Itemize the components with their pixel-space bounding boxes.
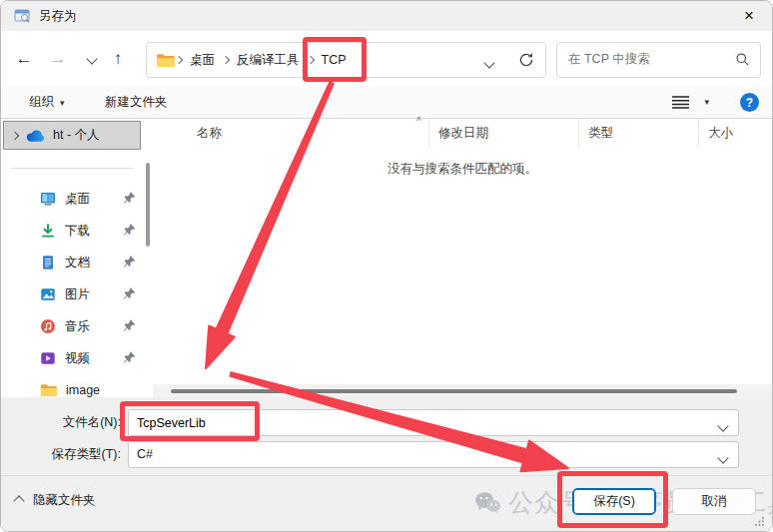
column-header-size[interactable]: 大小 (698, 119, 772, 147)
file-list: 名称 修改日期 类型 大小 ^ 没有与搜索条件匹配的项。 (153, 119, 772, 397)
desktop-icon (40, 191, 56, 207)
breadcrumb-separator-icon (223, 57, 229, 63)
title-bar: 另存为 × (1, 1, 772, 31)
sidebar-item-image-folder[interactable]: image (1, 374, 144, 397)
save-type-select[interactable]: C# (128, 441, 739, 468)
file-name-input[interactable] (129, 410, 676, 435)
recent-locations-button[interactable] (79, 31, 105, 87)
pin-icon (123, 256, 136, 268)
music-icon (40, 318, 56, 334)
hide-folders-label: 隐藏文件夹 (33, 492, 96, 509)
footer-bar: 隐藏文件夹 公众号 · 程序员必备工具 保存(S) 取消 (1, 475, 772, 532)
back-button[interactable]: ← (11, 31, 37, 87)
empty-list-message: 没有与搜索条件匹配的项。 (153, 161, 772, 178)
sidebar-item-label: 文档 (65, 255, 90, 271)
pin-icon (123, 192, 136, 205)
sidebar-item-videos[interactable]: 视频 (1, 342, 144, 374)
breadcrumb-desktop[interactable]: 桌面 (183, 44, 222, 76)
column-header-type[interactable]: 类型 (578, 119, 698, 147)
pin-icon (123, 319, 136, 332)
sidebar-item-desktop[interactable]: 桌面 (1, 183, 144, 215)
file-name-label: 文件名(N): (1, 409, 121, 436)
sidebar: ht - 个人 桌面 (1, 119, 144, 397)
folder-icon (156, 53, 175, 68)
pin-icon (123, 351, 136, 364)
save-button-label: 保存(S) (593, 493, 635, 510)
sidebar-scrollbar (144, 119, 153, 397)
view-caret-icon[interactable]: ▾ (704, 97, 709, 107)
breadcrumb-separator-icon (308, 57, 314, 63)
new-folder-button[interactable]: 新建文件夹 (105, 87, 168, 118)
file-fields: 文件名(N): 保存类型(T): C# (1, 397, 772, 475)
sidebar-item-music[interactable]: 音乐 (1, 310, 144, 342)
column-header-name[interactable]: 名称 (153, 119, 428, 147)
expander-chevron-icon (11, 131, 19, 139)
save-as-dialog-icon (14, 8, 31, 24)
save-as-dialog: 另存为 × ← → ↑ 桌面 反编译工具 TCP (0, 0, 773, 532)
help-button[interactable]: ? (740, 93, 759, 112)
up-icon: ↑ (114, 49, 123, 69)
command-toolbar: 组织 ▾ 新建文件夹 ▾ ? (1, 87, 772, 119)
close-button[interactable]: × (726, 1, 772, 31)
address-dropdown-button[interactable] (485, 56, 493, 70)
save-button[interactable]: 保存(S) (572, 488, 656, 515)
up-button[interactable]: ↑ (105, 31, 131, 87)
sidebar-item-label: image (66, 383, 100, 397)
sidebar-item-label: 图片 (65, 286, 90, 303)
chevron-down-icon (719, 451, 727, 465)
organize-button[interactable]: 组织 ▾ (29, 87, 65, 118)
column-headers: 名称 修改日期 类型 大小 (153, 119, 772, 147)
forward-icon: → (50, 49, 67, 69)
navigation-bar: ← → ↑ 桌面 反编译工具 TCP (1, 31, 772, 87)
chevron-down-icon[interactable] (719, 419, 727, 433)
help-icon: ? (746, 96, 753, 110)
address-bar[interactable]: 桌面 反编译工具 TCP (146, 42, 546, 78)
folder-icon (40, 383, 57, 397)
save-type-label: 保存类型(T): (1, 441, 121, 468)
sidebar-scrollbar-thumb[interactable] (146, 163, 150, 247)
sidebar-item-documents[interactable]: 文档 (1, 247, 144, 278)
breadcrumb-separator-icon (176, 57, 182, 63)
view-details-icon[interactable] (671, 95, 690, 110)
sidebar-divider (11, 168, 133, 169)
file-name-combobox (128, 409, 739, 436)
content-area: ht - 个人 桌面 (1, 119, 772, 397)
chevron-down-icon (86, 53, 97, 64)
pictures-icon (40, 286, 56, 302)
organize-label: 组织 (29, 94, 54, 111)
breadcrumb-tcp[interactable]: TCP (315, 44, 354, 76)
column-header-date-modified[interactable]: 修改日期 (428, 119, 578, 147)
breadcrumb-decompile-tools[interactable]: 反编译工具 (230, 44, 307, 76)
sidebar-item-label: 音乐 (65, 318, 90, 335)
onedrive-label: ht - 个人 (53, 127, 100, 144)
search-box (556, 42, 761, 78)
sort-caret-icon: ^ (416, 116, 421, 127)
videos-icon (40, 350, 56, 366)
new-folder-label: 新建文件夹 (105, 94, 168, 111)
wechat-icon (474, 491, 501, 514)
sidebar-item-onedrive[interactable]: ht - 个人 (3, 121, 141, 150)
forward-button[interactable]: → (45, 31, 71, 87)
sidebar-item-label: 视频 (65, 350, 90, 367)
downloads-icon (40, 223, 56, 239)
search-icon (735, 52, 750, 67)
search-input[interactable] (557, 43, 728, 75)
pin-icon (123, 224, 136, 237)
sidebar-pinned-items: 桌面 下载 (1, 183, 144, 397)
refresh-icon[interactable] (518, 52, 534, 68)
sidebar-item-label: 下载 (65, 223, 90, 240)
sidebar-item-downloads[interactable]: 下载 (1, 215, 144, 247)
cancel-button[interactable]: 取消 (672, 488, 756, 515)
horizontal-scrollbar-thumb[interactable] (171, 389, 737, 393)
hide-folders-button[interactable]: 隐藏文件夹 (15, 492, 96, 509)
onedrive-cloud-icon (25, 129, 46, 143)
back-icon: ← (16, 49, 33, 69)
save-type-value: C# (129, 442, 738, 467)
cancel-button-label: 取消 (702, 493, 727, 510)
file-list-horizontal-scrollbar (153, 384, 772, 397)
documents-icon (40, 255, 56, 270)
dialog-title: 另存为 (39, 1, 77, 31)
sidebar-item-pictures[interactable]: 图片 (1, 278, 144, 310)
caret-down-icon: ▾ (60, 98, 65, 108)
chevron-up-icon (13, 495, 24, 506)
